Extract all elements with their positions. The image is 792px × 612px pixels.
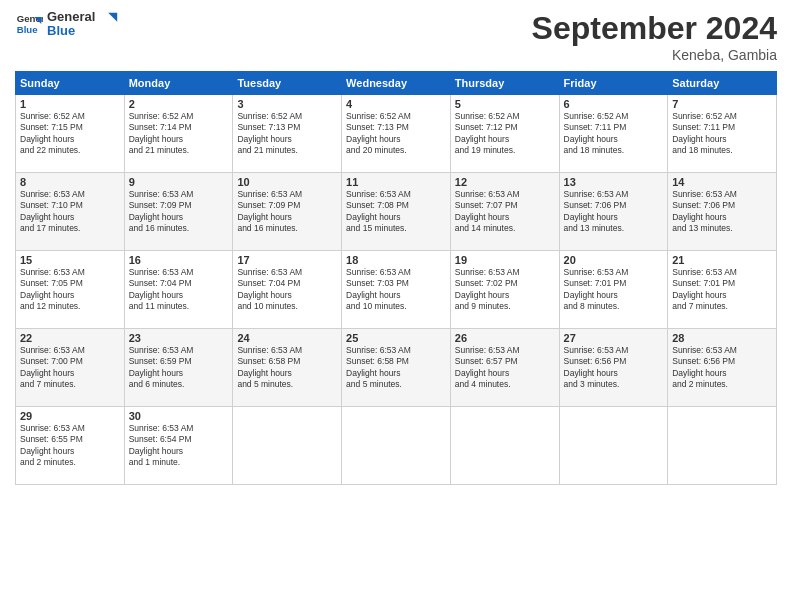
day-info: Sunrise: 6:52 AM Sunset: 7:11 PM Dayligh… — [564, 111, 664, 157]
calendar-cell — [450, 407, 559, 485]
day-number: 6 — [564, 98, 664, 110]
day-number: 26 — [455, 332, 555, 344]
day-info: Sunrise: 6:53 AM Sunset: 7:01 PM Dayligh… — [564, 267, 664, 313]
day-number: 7 — [672, 98, 772, 110]
location: Keneba, Gambia — [532, 47, 777, 63]
day-number: 17 — [237, 254, 337, 266]
calendar-cell: 10 Sunrise: 6:53 AM Sunset: 7:09 PM Dayl… — [233, 173, 342, 251]
day-info: Sunrise: 6:53 AM Sunset: 6:56 PM Dayligh… — [564, 345, 664, 391]
calendar-cell — [668, 407, 777, 485]
calendar-cell: 15 Sunrise: 6:53 AM Sunset: 7:05 PM Dayl… — [16, 251, 125, 329]
title-block: September 2024 Keneba, Gambia — [532, 10, 777, 63]
day-info: Sunrise: 6:53 AM Sunset: 7:06 PM Dayligh… — [672, 189, 772, 235]
day-number: 20 — [564, 254, 664, 266]
weekday-header-monday: Monday — [124, 72, 233, 95]
day-number: 28 — [672, 332, 772, 344]
calendar-cell: 7 Sunrise: 6:52 AM Sunset: 7:11 PM Dayli… — [668, 95, 777, 173]
day-info: Sunrise: 6:53 AM Sunset: 7:09 PM Dayligh… — [129, 189, 229, 235]
calendar-cell — [559, 407, 668, 485]
calendar-cell: 5 Sunrise: 6:52 AM Sunset: 7:12 PM Dayli… — [450, 95, 559, 173]
calendar-cell — [342, 407, 451, 485]
calendar-cell: 17 Sunrise: 6:53 AM Sunset: 7:04 PM Dayl… — [233, 251, 342, 329]
calendar-cell: 23 Sunrise: 6:53 AM Sunset: 6:59 PM Dayl… — [124, 329, 233, 407]
day-info: Sunrise: 6:53 AM Sunset: 7:08 PM Dayligh… — [346, 189, 446, 235]
calendar-cell: 9 Sunrise: 6:53 AM Sunset: 7:09 PM Dayli… — [124, 173, 233, 251]
calendar-cell: 11 Sunrise: 6:53 AM Sunset: 7:08 PM Dayl… — [342, 173, 451, 251]
day-number: 29 — [20, 410, 120, 422]
day-number: 24 — [237, 332, 337, 344]
day-number: 25 — [346, 332, 446, 344]
calendar-cell: 30 Sunrise: 6:53 AM Sunset: 6:54 PM Dayl… — [124, 407, 233, 485]
day-number: 13 — [564, 176, 664, 188]
calendar-cell: 20 Sunrise: 6:53 AM Sunset: 7:01 PM Dayl… — [559, 251, 668, 329]
calendar-cell: 25 Sunrise: 6:53 AM Sunset: 6:58 PM Dayl… — [342, 329, 451, 407]
month-title: September 2024 — [532, 10, 777, 47]
day-info: Sunrise: 6:53 AM Sunset: 7:04 PM Dayligh… — [237, 267, 337, 313]
weekday-header-saturday: Saturday — [668, 72, 777, 95]
day-number: 10 — [237, 176, 337, 188]
day-info: Sunrise: 6:53 AM Sunset: 6:56 PM Dayligh… — [672, 345, 772, 391]
day-info: Sunrise: 6:52 AM Sunset: 7:15 PM Dayligh… — [20, 111, 120, 157]
day-number: 4 — [346, 98, 446, 110]
day-info: Sunrise: 6:53 AM Sunset: 7:07 PM Dayligh… — [455, 189, 555, 235]
day-number: 23 — [129, 332, 229, 344]
day-info: Sunrise: 6:53 AM Sunset: 7:00 PM Dayligh… — [20, 345, 120, 391]
calendar-cell: 19 Sunrise: 6:53 AM Sunset: 7:02 PM Dayl… — [450, 251, 559, 329]
day-number: 5 — [455, 98, 555, 110]
day-number: 12 — [455, 176, 555, 188]
day-info: Sunrise: 6:52 AM Sunset: 7:12 PM Dayligh… — [455, 111, 555, 157]
calendar-cell: 13 Sunrise: 6:53 AM Sunset: 7:06 PM Dayl… — [559, 173, 668, 251]
day-info: Sunrise: 6:53 AM Sunset: 7:10 PM Dayligh… — [20, 189, 120, 235]
weekday-header-friday: Friday — [559, 72, 668, 95]
calendar-cell: 22 Sunrise: 6:53 AM Sunset: 7:00 PM Dayl… — [16, 329, 125, 407]
calendar-cell: 29 Sunrise: 6:53 AM Sunset: 6:55 PM Dayl… — [16, 407, 125, 485]
day-number: 11 — [346, 176, 446, 188]
day-number: 9 — [129, 176, 229, 188]
day-info: Sunrise: 6:53 AM Sunset: 7:04 PM Dayligh… — [129, 267, 229, 313]
day-number: 22 — [20, 332, 120, 344]
weekday-header-wednesday: Wednesday — [342, 72, 451, 95]
day-info: Sunrise: 6:53 AM Sunset: 7:05 PM Dayligh… — [20, 267, 120, 313]
day-info: Sunrise: 6:53 AM Sunset: 6:54 PM Dayligh… — [129, 423, 229, 469]
day-info: Sunrise: 6:52 AM Sunset: 7:13 PM Dayligh… — [346, 111, 446, 157]
day-info: Sunrise: 6:53 AM Sunset: 7:03 PM Dayligh… — [346, 267, 446, 313]
day-info: Sunrise: 6:53 AM Sunset: 7:02 PM Dayligh… — [455, 267, 555, 313]
calendar-cell: 28 Sunrise: 6:53 AM Sunset: 6:56 PM Dayl… — [668, 329, 777, 407]
calendar-cell — [233, 407, 342, 485]
svg-text:Blue: Blue — [17, 24, 38, 35]
day-number: 15 — [20, 254, 120, 266]
day-number: 16 — [129, 254, 229, 266]
calendar-cell: 16 Sunrise: 6:53 AM Sunset: 7:04 PM Dayl… — [124, 251, 233, 329]
day-number: 19 — [455, 254, 555, 266]
day-info: Sunrise: 6:52 AM Sunset: 7:13 PM Dayligh… — [237, 111, 337, 157]
weekday-header-thursday: Thursday — [450, 72, 559, 95]
calendar-cell: 6 Sunrise: 6:52 AM Sunset: 7:11 PM Dayli… — [559, 95, 668, 173]
calendar-cell: 2 Sunrise: 6:52 AM Sunset: 7:14 PM Dayli… — [124, 95, 233, 173]
calendar-cell: 8 Sunrise: 6:53 AM Sunset: 7:10 PM Dayli… — [16, 173, 125, 251]
weekday-header-sunday: Sunday — [16, 72, 125, 95]
day-number: 18 — [346, 254, 446, 266]
calendar-cell: 24 Sunrise: 6:53 AM Sunset: 6:58 PM Dayl… — [233, 329, 342, 407]
logo: General Blue General Blue — [15, 10, 119, 39]
calendar-cell: 26 Sunrise: 6:53 AM Sunset: 6:57 PM Dayl… — [450, 329, 559, 407]
day-info: Sunrise: 6:53 AM Sunset: 6:58 PM Dayligh… — [237, 345, 337, 391]
day-number: 2 — [129, 98, 229, 110]
day-number: 14 — [672, 176, 772, 188]
calendar-cell: 21 Sunrise: 6:53 AM Sunset: 7:01 PM Dayl… — [668, 251, 777, 329]
day-number: 3 — [237, 98, 337, 110]
day-number: 30 — [129, 410, 229, 422]
day-info: Sunrise: 6:53 AM Sunset: 6:57 PM Dayligh… — [455, 345, 555, 391]
calendar-cell: 3 Sunrise: 6:52 AM Sunset: 7:13 PM Dayli… — [233, 95, 342, 173]
calendar-table: SundayMondayTuesdayWednesdayThursdayFrid… — [15, 71, 777, 485]
calendar-cell: 27 Sunrise: 6:53 AM Sunset: 6:56 PM Dayl… — [559, 329, 668, 407]
calendar-cell: 1 Sunrise: 6:52 AM Sunset: 7:15 PM Dayli… — [16, 95, 125, 173]
calendar-cell: 12 Sunrise: 6:53 AM Sunset: 7:07 PM Dayl… — [450, 173, 559, 251]
day-info: Sunrise: 6:53 AM Sunset: 6:55 PM Dayligh… — [20, 423, 120, 469]
day-info: Sunrise: 6:53 AM Sunset: 6:59 PM Dayligh… — [129, 345, 229, 391]
weekday-header-tuesday: Tuesday — [233, 72, 342, 95]
day-number: 8 — [20, 176, 120, 188]
day-info: Sunrise: 6:53 AM Sunset: 7:09 PM Dayligh… — [237, 189, 337, 235]
day-info: Sunrise: 6:52 AM Sunset: 7:14 PM Dayligh… — [129, 111, 229, 157]
calendar-cell: 14 Sunrise: 6:53 AM Sunset: 7:06 PM Dayl… — [668, 173, 777, 251]
day-info: Sunrise: 6:53 AM Sunset: 7:01 PM Dayligh… — [672, 267, 772, 313]
